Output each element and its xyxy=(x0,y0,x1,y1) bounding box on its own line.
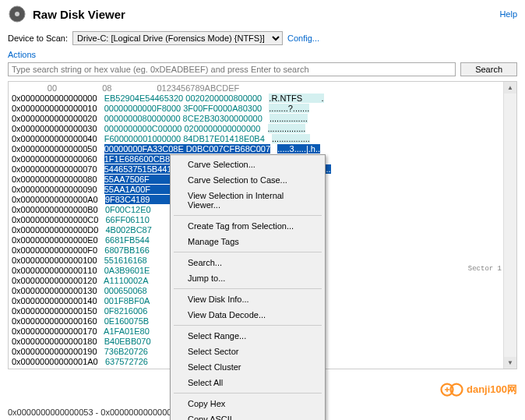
menu-item[interactable]: Search... xyxy=(172,255,323,270)
menu-item[interactable]: Copy ASCII xyxy=(172,411,323,420)
menu-item[interactable]: Carve Selection... xyxy=(172,157,323,172)
menu-item[interactable]: Create Tag from Selection... xyxy=(172,218,323,234)
app-icon xyxy=(8,5,26,23)
menu-item[interactable]: Jump to... xyxy=(172,270,323,286)
drive-select[interactable]: Drive-C: [Logical Drive (Forensics Mode)… xyxy=(72,31,283,45)
vertical-scrollbar[interactable] xyxy=(503,82,516,369)
search-button[interactable]: Search xyxy=(460,62,517,76)
menu-item[interactable]: View Data Decode... xyxy=(172,307,323,323)
sector-label: Sector 1 xyxy=(468,265,502,273)
actions-label: Actions xyxy=(0,48,525,61)
app-title: Raw Disk Viewer xyxy=(33,8,499,21)
help-link[interactable]: Help xyxy=(499,9,517,19)
menu-item[interactable]: Select Cluster xyxy=(172,359,323,375)
menu-item[interactable]: Manage Tags xyxy=(172,234,323,249)
menu-item[interactable]: View Selection in Internal Viewer... xyxy=(172,188,323,213)
scan-label: Device to Scan: xyxy=(8,34,68,43)
menu-item[interactable]: Select Sector xyxy=(172,344,323,359)
menu-item[interactable]: Copy Hex xyxy=(172,396,323,411)
menu-item[interactable]: Select Range... xyxy=(172,328,323,344)
menu-item[interactable]: Carve Selection to Case... xyxy=(172,172,323,188)
search-input[interactable] xyxy=(8,62,456,76)
context-menu: Carve Selection...Carve Selection to Cas… xyxy=(170,154,326,420)
menu-item[interactable]: Select All xyxy=(172,375,323,390)
watermark: danji100网 xyxy=(440,378,517,401)
svg-point-1 xyxy=(15,12,19,16)
config-link[interactable]: Config... xyxy=(287,34,319,43)
menu-item[interactable]: View Disk Info... xyxy=(172,291,323,307)
